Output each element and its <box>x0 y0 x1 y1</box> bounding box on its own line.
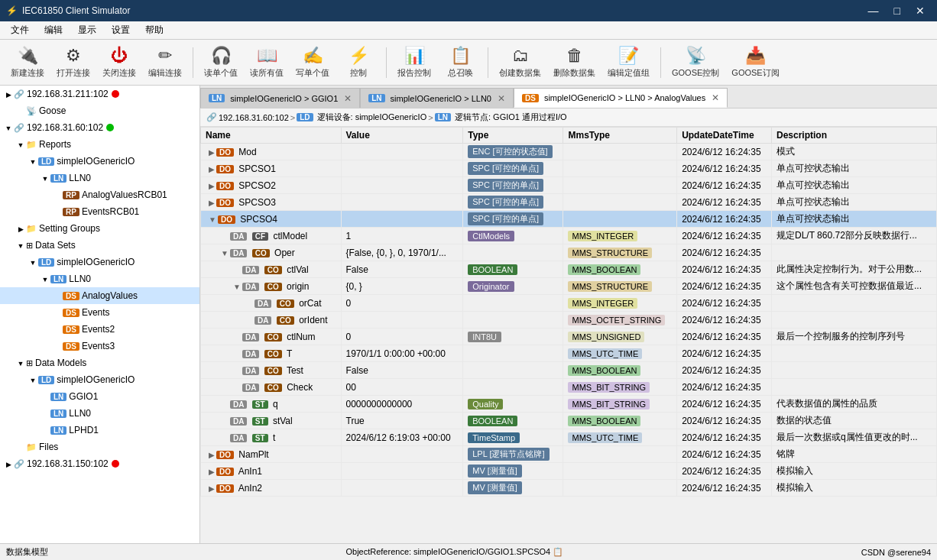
lphd1-ln[interactable]: LN LPHD1 <box>0 422 199 439</box>
reports-expand[interactable] <box>15 141 26 149</box>
read-all-button[interactable]: 📖 读所有值 <box>245 43 288 83</box>
table-row[interactable]: DA CO T1970/1/1 0:00:00 +00:00MMS_UTC_TI… <box>201 345 937 362</box>
table-row[interactable]: ▶DO AnIn1MV [测量值]2024/6/12 16:24:35模拟输入 <box>201 463 937 480</box>
cell-name: ▶DO AnIn2 <box>201 480 342 497</box>
setting-groups-item[interactable]: 📁 Setting Groups <box>0 220 199 237</box>
goose-item[interactable]: 📡 Goose <box>0 102 199 119</box>
maximize-button[interactable]: □ <box>888 3 906 18</box>
datasets-ld-expand[interactable] <box>28 258 38 267</box>
table-row[interactable]: DA CO orIdentMMS_OCTET_STRING2024/6/12 1… <box>201 312 937 329</box>
conn3-expand[interactable] <box>3 460 14 468</box>
report-ctrl-button[interactable]: 📊 报告控制 <box>393 43 436 83</box>
files-item[interactable]: 📁 Files <box>0 439 199 455</box>
row-expand-icon[interactable]: ▶ <box>209 484 215 493</box>
models-ld[interactable]: LD simpleIOGenericIO <box>0 371 199 388</box>
data-models-item[interactable]: ⊞ Data Models <box>0 354 199 371</box>
connection-1[interactable]: 🔗 192.168.31.211:102 <box>0 86 199 102</box>
read-single-button[interactable]: 🎧 读单个值 <box>199 43 242 83</box>
table-row[interactable]: ▶DO SPCSO2SPC [可控的单点]2024/6/12 16:24:35单… <box>201 177 937 194</box>
delete-dataset-button[interactable]: 🗑 删除数据集 <box>549 43 600 83</box>
tab-3[interactable]: DS simpleIOGenericIO > LLN0 > AnalogValu… <box>514 88 728 108</box>
table-row[interactable]: ▶DO SPCSO3SPC [可控的单点]2024/6/12 16:24:35单… <box>201 194 937 211</box>
events-ds[interactable]: DS Events <box>0 304 199 321</box>
ggio1-ln[interactable]: LN GGIO1 <box>0 388 199 405</box>
data-models-expand[interactable] <box>15 359 26 367</box>
row-expand-icon[interactable]: ▶ <box>209 165 215 173</box>
table-row[interactable]: DA CO ctlNum0INT8UMMS_UNSIGNED2024/6/12 … <box>201 329 937 345</box>
row-expand-icon[interactable]: ▶ <box>209 468 215 476</box>
create-dataset-button[interactable]: 🗂 创建数据集 <box>494 43 546 83</box>
table-row[interactable]: DA ST stValTrueBOOLEANMMS_BOOLEAN2024/6/… <box>201 413 937 429</box>
goose-ctrl-label: GOOSE控制 <box>672 67 719 79</box>
table-row[interactable]: DA ST q0000000000000QualityMMS_BIT_STRIN… <box>201 396 937 413</box>
open-connection-button[interactable]: ⚙ 打开连接 <box>52 43 95 83</box>
table-row[interactable]: ▶DO NamPltLPL [逻辑节点铭牌]2024/6/12 16:24:35… <box>201 446 937 463</box>
report-ctrl-icon: 📊 <box>404 46 425 66</box>
table-row[interactable]: ▼DA CO Oper{False, {0, }, 0, 1970/1/...M… <box>201 244 937 261</box>
minimize-button[interactable]: — <box>862 3 885 18</box>
events3-ds[interactable]: DS Events3 <box>0 338 199 354</box>
row-expand-icon[interactable]: ▶ <box>209 182 215 190</box>
tab-1[interactable]: LN simpleIOGenericIO > GGIO1 ✕ <box>200 88 360 108</box>
reports-ld[interactable]: LD simpleIOGenericIO <box>0 153 199 170</box>
reports-ln-expand[interactable] <box>40 174 50 183</box>
close-connection-button[interactable]: ⏻ 关闭连接 <box>98 43 141 83</box>
copy-ref-icon[interactable]: 📋 <box>553 547 563 556</box>
table-row[interactable]: ▶DO ModENC [可控的状态值]2024/6/12 16:24:35模式 <box>201 144 937 160</box>
lln0-ln[interactable]: LN LLN0 <box>0 405 199 422</box>
tab2-close[interactable]: ✕ <box>498 93 505 104</box>
reports-ld-expand[interactable] <box>28 157 38 166</box>
data-sets-item[interactable]: ⊞ Data Sets <box>0 237 199 254</box>
expand-icon[interactable] <box>3 90 14 99</box>
table-row[interactable]: ▶DO SPCSO1SPC [可控的单点]2024/6/12 16:24:35单… <box>201 160 937 177</box>
table-row[interactable]: ▼DA CO origin{0, }OriginatorMMS_STRUCTUR… <box>201 278 937 295</box>
edit-setval-button[interactable]: 📝 编辑定值组 <box>603 43 654 83</box>
events2-ds[interactable]: DS Events2 <box>0 321 199 338</box>
datasets-ln-expand[interactable] <box>40 275 50 283</box>
menu-file[interactable]: 文件 <box>3 22 37 38</box>
goose-sub-button[interactable]: 📥 GOOSE订阅 <box>727 43 783 83</box>
row-expand-icon[interactable]: ▶ <box>209 148 215 157</box>
menu-view[interactable]: 显示 <box>70 22 104 38</box>
table-row[interactable]: DA CO Check00MMS_BIT_STRING2024/6/12 16:… <box>201 379 937 396</box>
close-button[interactable]: ✕ <box>909 3 931 18</box>
expand-icon-2[interactable] <box>3 124 14 132</box>
table-row[interactable]: DA CF ctlModel1CtlModelsMMS_INTEGER2024/… <box>201 228 937 244</box>
analogvalues-ds[interactable]: DS AnalogValues <box>0 287 199 304</box>
control-button[interactable]: ⚡ 控制 <box>337 43 380 83</box>
setting-groups-expand[interactable] <box>15 225 26 233</box>
tab1-close[interactable]: ✕ <box>344 93 352 104</box>
table-row[interactable]: DA CO TestFalseMMS_BOOLEAN2024/6/12 16:2… <box>201 362 937 379</box>
models-ld-expand[interactable] <box>28 376 38 384</box>
data-sets-expand[interactable] <box>15 241 26 250</box>
edit-connection-button[interactable]: ✏ 编辑连接 <box>144 43 186 83</box>
table-row[interactable]: DA CO orCat0MMS_INTEGER2024/6/12 16:24:3… <box>201 295 937 312</box>
tab-2[interactable]: LN simpleIOGenericIO > LLN0 ✕ <box>360 88 514 108</box>
table-row[interactable]: ▼DO SPCSO4SPC [可控的单点]2024/6/12 16:24:35单… <box>201 211 937 228</box>
row-expand-icon[interactable]: ▶ <box>209 451 215 459</box>
tab3-close[interactable]: ✕ <box>712 92 719 103</box>
row-expand-icon[interactable]: ▼ <box>233 283 241 291</box>
row-expand-icon[interactable]: ▼ <box>221 249 229 257</box>
menu-edit[interactable]: 编辑 <box>37 22 70 38</box>
row-expand-icon[interactable]: ▼ <box>209 215 216 224</box>
analogvalues-rcb[interactable]: RP AnalogValuesRCB01 <box>0 186 199 203</box>
events-rcb[interactable]: RP EventsRCB01 <box>0 203 199 220</box>
menu-help[interactable]: 帮助 <box>138 22 171 38</box>
connection-2[interactable]: 🔗 192.168.31.60:102 <box>0 119 199 136</box>
connection-3[interactable]: 🔗 192.168.31.150:102 <box>0 455 199 472</box>
table-row[interactable]: DA ST t2024/6/12 6:19:03 +00:00TimeStamp… <box>201 429 937 446</box>
goose-ctrl-button[interactable]: 📡 GOOSE控制 <box>667 43 724 83</box>
new-connection-button[interactable]: 🔌 新建连接 <box>6 43 49 83</box>
datasets-ld[interactable]: LD simpleIOGenericIO <box>0 254 199 270</box>
titlebar: ⚡ IEC61850 Client Simulator — □ ✕ <box>0 0 937 21</box>
write-single-button[interactable]: ✍ 写单个值 <box>291 43 334 83</box>
summon-button[interactable]: 📋 总召唤 <box>439 43 481 83</box>
table-row[interactable]: ▶DO AnIn2MV [测量值]2024/6/12 16:24:35模拟输入 <box>201 480 937 497</box>
table-row[interactable]: DA CO ctlValFalseBOOLEANMMS_BOOLEAN2024/… <box>201 261 937 278</box>
reports-item[interactable]: 📁 Reports <box>0 136 199 153</box>
menu-settings[interactable]: 设置 <box>104 22 138 38</box>
reports-ln[interactable]: LN LLN0 <box>0 170 199 186</box>
row-expand-icon[interactable]: ▶ <box>209 199 215 207</box>
datasets-ln[interactable]: LN LLN0 <box>0 270 199 287</box>
